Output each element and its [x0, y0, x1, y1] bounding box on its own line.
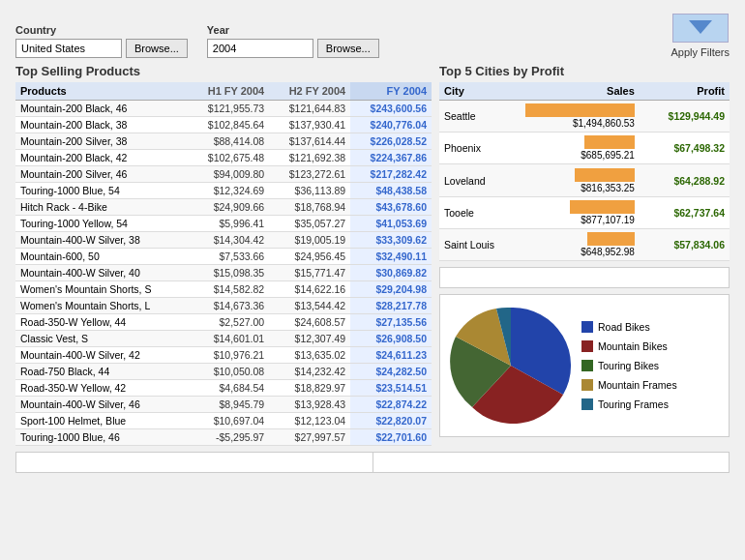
pie-legend: Road BikesMountain BikesTouring BikesMou… — [581, 321, 677, 410]
city-name: Loveland — [439, 164, 521, 196]
sales-value: $816,353.25 — [581, 183, 635, 193]
sales-value: $1,494,860.53 — [573, 118, 635, 129]
legend-item: Mountain Bikes — [581, 340, 677, 352]
sales-value: $877,107.19 — [581, 215, 635, 225]
sales-bar — [525, 103, 635, 117]
cities-panel-title: Top 5 Cities by Profit — [439, 64, 730, 78]
apply-filters-button[interactable] — [672, 14, 729, 43]
legend-item: Touring Frames — [581, 398, 677, 410]
table-cell: $15,098.35 — [188, 265, 269, 281]
year-browse-button[interactable]: Browse... — [317, 39, 379, 58]
pie-chart — [448, 303, 574, 428]
legend-item: Road Bikes — [581, 321, 677, 333]
cities-table: City Sales Profit Seattle$1,494,860.53$1… — [439, 82, 730, 261]
table-cell: $226,028.52 — [350, 133, 432, 150]
year-input[interactable] — [207, 39, 313, 58]
table-cell: -$5,295.97 — [188, 429, 269, 446]
products-panel-title: Top Selling Products — [15, 64, 432, 78]
table-cell: $224,367.86 — [350, 150, 432, 166]
country-input[interactable] — [15, 39, 122, 58]
profit-value: $67,498.32 — [640, 133, 730, 164]
table-cell: Mountain-600, 50 — [15, 249, 188, 265]
sales-bar-cell: $877,107.19 — [521, 196, 640, 228]
table-cell: Women's Mountain Shorts, S — [15, 281, 188, 298]
table-row: Phoenix$685,695.21$67,498.32 — [439, 133, 730, 164]
table-cell: Mountain-400-W Silver, 46 — [15, 397, 188, 413]
table-cell: $12,324.69 — [188, 183, 269, 199]
table-row: Mountain-400-W Silver, 42$10,976.21$13,6… — [15, 347, 432, 364]
table-cell: $14,232.42 — [269, 364, 350, 380]
table-cell: $22,701.60 — [350, 429, 432, 446]
table-cell: $12,123.04 — [269, 413, 350, 429]
table-cell: Touring-1000 Blue, 46 — [15, 429, 188, 446]
table-cell: Road-350-W Yellow, 42 — [15, 380, 188, 397]
year-label: Year — [207, 24, 379, 36]
table-cell: $27,135.56 — [350, 314, 432, 331]
country-filter: Country Browse... — [15, 24, 188, 58]
country-label: Country — [15, 24, 188, 36]
table-cell: $22,874.22 — [350, 397, 432, 413]
table-row: Women's Mountain Shorts, L$14,673.36$13,… — [15, 298, 432, 314]
right-panel: Top 5 Cities by Profit City Sales Profit… — [439, 64, 730, 446]
table-row: Touring-1000 Blue, 54$12,324.69$36,113.8… — [15, 183, 432, 199]
table-cell: $22,820.07 — [350, 413, 432, 429]
profit-value: $64,288.92 — [640, 164, 730, 196]
table-row: Touring-1000 Yellow, 54$5,996.41$35,057.… — [15, 216, 432, 232]
table-cell: Classic Vest, S — [15, 331, 188, 347]
table-row: Mountain-200 Black, 42$102,675.48$121,69… — [15, 150, 432, 166]
country-browse-button[interactable]: Browse... — [126, 39, 188, 58]
sales-bar — [575, 168, 635, 182]
sales-bar — [584, 135, 635, 149]
table-cell: $217,282.42 — [350, 166, 432, 183]
footer-right — [373, 453, 730, 472]
col-h1: H1 FY 2004 — [188, 82, 269, 101]
table-cell: Mountain-200 Silver, 38 — [15, 133, 188, 150]
table-row: Sport-100 Helmet, Blue$10,697.04$12,123.… — [15, 413, 432, 429]
col-profit: Profit — [640, 82, 730, 101]
table-cell: $121,644.83 — [269, 101, 350, 117]
table-cell: $26,908.50 — [350, 331, 432, 347]
table-cell: Women's Mountain Shorts, L — [15, 298, 188, 314]
table-cell: $24,909.66 — [188, 199, 269, 216]
table-cell: $88,414.08 — [188, 133, 269, 150]
arrow-down-icon — [689, 20, 712, 34]
table-cell: $48,438.58 — [350, 183, 432, 199]
table-cell: $14,582.82 — [188, 281, 269, 298]
table-row: Mountain-200 Black, 46$121,955.73$121,64… — [15, 101, 432, 117]
col-city: City — [439, 82, 521, 101]
table-cell: $14,304.42 — [188, 232, 269, 249]
table-row: Saint Louis$648,952.98$57,834.06 — [439, 228, 730, 260]
table-cell: $137,930.41 — [269, 117, 350, 133]
city-name: Saint Louis — [439, 228, 521, 260]
table-cell: $243,600.56 — [350, 101, 432, 117]
table-row: Tooele$877,107.19$62,737.64 — [439, 196, 730, 228]
pie-chart-section: Road BikesMountain BikesTouring BikesMou… — [439, 294, 730, 437]
table-cell: $102,845.64 — [188, 117, 269, 133]
legend-label: Touring Frames — [598, 398, 669, 410]
table-cell: $10,050.08 — [188, 364, 269, 380]
apply-filters-section: Apply Filters — [670, 14, 730, 58]
sales-bar-cell: $685,695.21 — [521, 133, 640, 164]
city-name: Seattle — [439, 101, 521, 133]
legend-color-box — [581, 340, 593, 352]
table-row: Classic Vest, S$14,601.01$12,307.49$26,9… — [15, 331, 432, 347]
table-cell: Mountain-200 Silver, 46 — [15, 166, 188, 183]
city-name: Tooele — [439, 196, 521, 228]
legend-color-box — [581, 398, 593, 410]
table-cell: $4,684.54 — [188, 380, 269, 397]
table-cell: $24,956.45 — [269, 249, 350, 265]
legend-label: Mountain Frames — [598, 379, 677, 391]
table-cell: Mountain-200 Black, 42 — [15, 150, 188, 166]
table-cell: $121,692.38 — [269, 150, 350, 166]
table-cell: $14,601.01 — [188, 331, 269, 347]
table-cell: Mountain-400-W Silver, 42 — [15, 347, 188, 364]
table-cell: $30,869.82 — [350, 265, 432, 281]
legend-color-box — [581, 321, 593, 333]
table-cell: $14,622.16 — [269, 281, 350, 298]
table-row: Touring-1000 Blue, 46-$5,295.97$27,997.5… — [15, 429, 432, 446]
col-fy: FY 2004 — [350, 82, 432, 101]
table-row: Mountain-200 Silver, 38$88,414.08$137,61… — [15, 133, 432, 150]
table-cell: $7,533.66 — [188, 249, 269, 265]
table-cell: $13,544.42 — [269, 298, 350, 314]
legend-item: Mountain Frames — [581, 379, 677, 391]
